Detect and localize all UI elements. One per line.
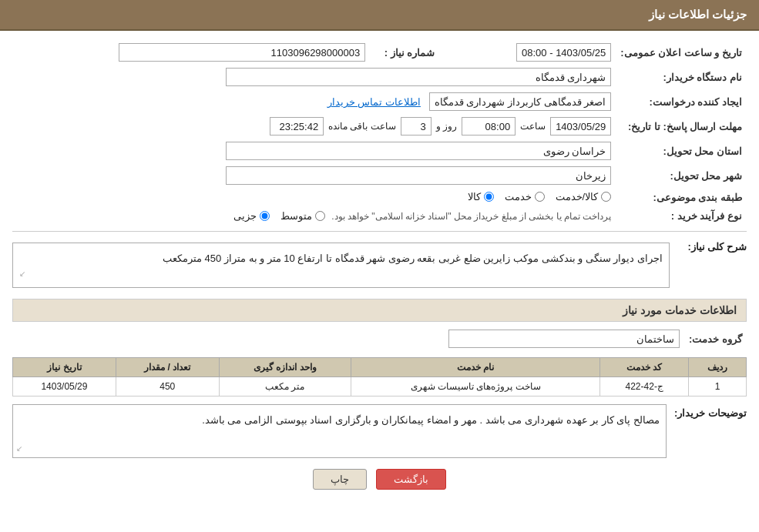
deadline-remaining-label: ساعت باقی مانده bbox=[328, 121, 396, 132]
category-option-kala-khedmat[interactable]: کالا/خدمت bbox=[556, 191, 612, 202]
buyer-notes-text: مصالح پای کار بر عهده شهرداری می باشد . … bbox=[202, 414, 660, 426]
deadline-days-label: روز و bbox=[436, 121, 457, 132]
back-button[interactable]: بازگشت bbox=[376, 469, 446, 490]
buyer-notes-label: توضیحات خریدار: bbox=[674, 404, 747, 419]
announce-date-label: تاریخ و ساعت اعلان عمومی: bbox=[616, 40, 747, 65]
province-label: استان محل تحویل: bbox=[616, 139, 747, 163]
category-radio-group: کالا/خدمت خدمت کالا bbox=[468, 191, 612, 202]
print-button[interactable]: چاپ bbox=[313, 469, 367, 490]
announce-date-value: 1403/05/25 - 08:00 bbox=[516, 43, 611, 62]
process-option-jozi[interactable]: جزیی bbox=[233, 210, 270, 222]
creator-contact-link[interactable]: اطلاعات تماس خریدار bbox=[327, 96, 421, 108]
city-value: زیرخان bbox=[226, 166, 611, 185]
category-option-kala[interactable]: کالا bbox=[468, 191, 494, 202]
process-label: نوع فرآیند خرید : bbox=[616, 207, 747, 225]
divider-1 bbox=[12, 231, 747, 232]
process-radio-group: متوسط جزیی bbox=[233, 210, 325, 222]
deadline-remaining: 23:25:42 bbox=[270, 117, 324, 136]
col-header-code: کد خدمت bbox=[600, 358, 689, 377]
cell-quantity: 450 bbox=[116, 377, 219, 396]
main-info-table: تاریخ و ساعت اعلان عمومی: 1403/05/25 - 0… bbox=[12, 40, 747, 225]
cell-code: ج-42-422 bbox=[600, 377, 689, 396]
cell-row: 1 bbox=[689, 377, 747, 396]
process-option-motevaset[interactable]: متوسط bbox=[280, 210, 325, 222]
need-description-text: اجرای دیوار سنگی و بندکشی موکب زایرین ضل… bbox=[163, 253, 663, 264]
page-header: جزئیات اطلاعات نیاز bbox=[0, 0, 759, 31]
col-header-name: نام خدمت bbox=[351, 358, 599, 377]
service-group-value: ساختمان bbox=[448, 330, 680, 348]
resize-handle: ↙ bbox=[16, 442, 22, 456]
col-header-qty: تعداد / مقدار bbox=[116, 358, 219, 377]
need-desc-label: شرح کلی نیاز: bbox=[677, 238, 747, 253]
table-row: 1ج-42-422ساخت پروژه‌های تاسیسات شهریمتر … bbox=[13, 377, 747, 396]
cell-name: ساخت پروژه‌های تاسیسات شهری bbox=[351, 377, 599, 396]
deadline-date: 1403/05/29 bbox=[550, 117, 611, 136]
buyer-notes-box: مصالح پای کار بر عهده شهرداری می باشد . … bbox=[12, 404, 667, 458]
province-value: خراسان رضوی bbox=[226, 142, 611, 160]
services-section-title: اطلاعات خدمات مورد نیاز bbox=[12, 299, 747, 322]
category-label: طبقه بندی موضوعی: bbox=[616, 188, 747, 207]
creator-label: ایجاد کننده درخواست: bbox=[616, 89, 747, 114]
buyer-org-label: نام دستگاه خریدار: bbox=[616, 65, 747, 89]
need-number-label: شماره نیاز : bbox=[370, 40, 439, 65]
deadline-time: 08:00 bbox=[462, 117, 516, 136]
need-description-box: اجرای دیوار سنگی و بندکشی موکب زایرین ضل… bbox=[12, 243, 670, 288]
city-label: شهر محل تحویل: bbox=[616, 163, 747, 188]
page-title: جزئیات اطلاعات نیاز bbox=[649, 8, 747, 21]
category-option-khedmat[interactable]: خدمت bbox=[505, 191, 545, 202]
process-note: پرداخت تمام یا بخشی از مبلغ خریداز محل "… bbox=[331, 211, 611, 222]
col-header-row: ردیف bbox=[689, 358, 747, 377]
buyer-org-value: شهرداری قدمگاه bbox=[226, 68, 611, 86]
service-group-table: گروه خدمت: ساختمان bbox=[12, 326, 747, 351]
deadline-time-label: ساعت bbox=[520, 121, 546, 132]
cell-date: 1403/05/29 bbox=[13, 377, 116, 396]
creator-value: اصغر قدمگاهی کاربرداز شهرداری قدمگاه bbox=[429, 92, 611, 111]
buttons-row: بازگشت چاپ bbox=[12, 469, 747, 490]
col-header-unit: واحد اندازه گیری bbox=[219, 358, 351, 377]
col-header-date: تاریخ نیاز bbox=[13, 358, 116, 377]
cell-unit: متر مکعب bbox=[219, 377, 351, 396]
service-group-label: گروه خدمت: bbox=[684, 326, 747, 351]
need-number-value: 1103096298000003 bbox=[119, 43, 365, 62]
deadline-label: مهلت ارسال پاسخ: تا تاریخ: bbox=[616, 114, 747, 139]
deadline-days: 3 bbox=[401, 117, 432, 136]
services-table: ردیف کد خدمت نام خدمت واحد اندازه گیری ت… bbox=[12, 357, 747, 396]
